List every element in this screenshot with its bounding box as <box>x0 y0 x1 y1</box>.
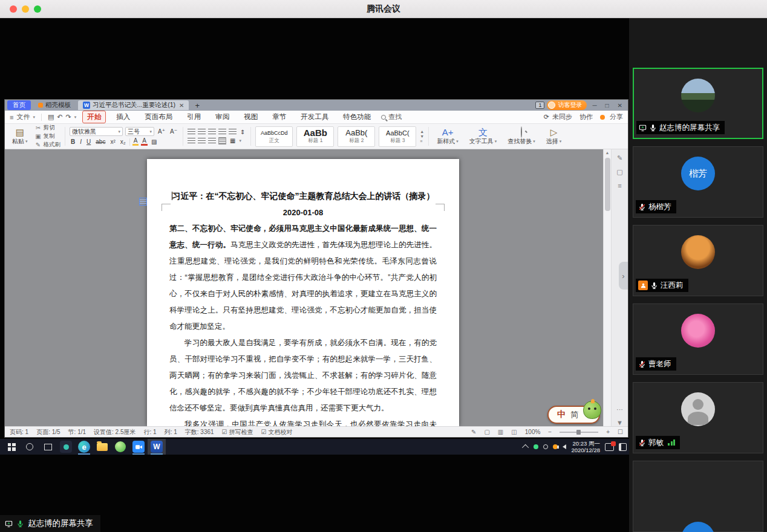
participant-tile[interactable]: 楷芳 杨楷芳 <box>633 146 763 218</box>
task-view-button[interactable] <box>39 439 57 455</box>
sync-status[interactable]: ⟳ 未同步 <box>544 112 572 122</box>
styles-down-icon[interactable]: ▼ <box>420 134 424 138</box>
message-tray-icon[interactable] <box>605 443 614 451</box>
share-button[interactable]: 分享 <box>600 112 623 122</box>
participant-tile[interactable]: 汪西莉 <box>633 225 763 296</box>
menu-tab-references[interactable]: 引用 <box>183 111 205 123</box>
justify-icon[interactable] <box>218 129 226 135</box>
taskbar-app-edge[interactable]: e <box>75 439 93 455</box>
menu-tab-features[interactable]: 特色功能 <box>339 111 375 123</box>
fit-page-button[interactable]: ☐ <box>618 429 623 435</box>
window-maximize-icon[interactable]: □ <box>602 102 612 109</box>
sidebar-expand-handle[interactable]: › <box>619 262 628 290</box>
font-size-select[interactable]: 三号 ▾ <box>125 127 154 136</box>
guest-login-button[interactable]: 访客登录 <box>547 100 587 110</box>
superscript-button[interactable]: x² <box>109 138 116 145</box>
paste-button[interactable]: ▤ 粘贴 ▾ <box>8 128 31 146</box>
document-page[interactable]: 习近平：在“不忘初心、牢记使命”主题教育总结大会上的讲话（摘录） 2020-01… <box>147 159 459 426</box>
bold-button[interactable]: B <box>70 138 76 145</box>
shading-button[interactable]: ▨ <box>150 138 158 145</box>
page-view-icon[interactable]: ▢ <box>484 429 489 435</box>
mac-zoom-button[interactable] <box>34 5 41 13</box>
align-right-icon[interactable] <box>208 129 216 135</box>
participant-tile-screenshare[interactable]: 赵志博的屏幕共享 <box>633 68 763 139</box>
taskbar-clock[interactable]: 20:23 周一 2020/12/28 <box>571 440 600 453</box>
window-close-icon[interactable]: ✕ <box>615 102 625 109</box>
format-painter-button[interactable]: ✎ 格式刷 <box>35 141 61 149</box>
number-list-icon[interactable] <box>198 138 206 144</box>
tab-document[interactable]: W 习近平总书记关...重要论述(1) ✕ <box>78 100 189 110</box>
file-menu[interactable]: ≡ 文件 ▾ <box>10 112 35 122</box>
vertical-scrollbar[interactable]: ▲ <box>603 149 611 426</box>
zoom-slider-thumb[interactable] <box>576 430 581 435</box>
borders-icon[interactable] <box>218 137 226 144</box>
search-button[interactable] <box>21 439 39 455</box>
menu-tab-section[interactable]: 章节 <box>268 111 290 123</box>
indent-icon[interactable] <box>229 129 237 135</box>
ime-indicator[interactable]: 中 简 <box>547 406 600 424</box>
collaborate-button[interactable]: 协作 <box>579 112 593 122</box>
taskbar-app-1[interactable] <box>57 439 75 455</box>
start-button[interactable] <box>2 439 21 455</box>
panel-count-badge[interactable]: 1 <box>535 102 544 109</box>
style-heading2[interactable]: AaBb( 标题 2 <box>338 126 375 147</box>
new-tab-button[interactable]: + <box>191 101 203 110</box>
action-center-icon[interactable] <box>619 443 627 451</box>
undo-icon[interactable]: ↶ <box>57 113 62 121</box>
zoom-level[interactable]: 100% <box>525 429 541 435</box>
tab-home[interactable]: 首页 <box>7 100 31 110</box>
menu-tab-review[interactable]: 审阅 <box>211 111 233 123</box>
style-heading3[interactable]: AaBbC( 标题 3 <box>379 126 416 147</box>
taskbar-app-browser[interactable] <box>111 439 129 455</box>
text-tool-button[interactable]: 文 文字工具 ▾ <box>466 128 501 146</box>
mac-minimize-button[interactable] <box>22 5 29 13</box>
participant-tile[interactable]: 曹老师 <box>633 303 763 375</box>
bullet-list-icon[interactable] <box>188 138 195 144</box>
zoom-slider[interactable] <box>560 432 598 433</box>
proofing-toggle[interactable]: ☑ 文档校对 <box>261 428 293 436</box>
tray-status-icon[interactable] <box>534 444 538 449</box>
scrollbar-thumb[interactable] <box>605 158 610 211</box>
tray-app-icon[interactable] <box>543 444 548 449</box>
select-button[interactable]: ▷ 选择 ▾ <box>543 128 566 146</box>
participant-tile[interactable] <box>633 461 763 532</box>
taskbar-app-word[interactable]: W <box>148 439 166 455</box>
tray-expand-icon[interactable] <box>522 444 529 451</box>
window-minimize-icon[interactable]: ─ <box>589 102 599 109</box>
more-icon[interactable]: ··· <box>616 406 623 413</box>
font-color-button[interactable]: A <box>141 138 148 146</box>
copy-button[interactable]: ▣ 复制 <box>35 132 61 140</box>
pen-icon[interactable]: ✎ <box>617 154 622 162</box>
menu-tab-home[interactable]: 开始 <box>82 111 106 123</box>
styles-menu-icon[interactable]: ≡ <box>420 139 424 143</box>
subscript-button[interactable]: x₂ <box>119 138 127 145</box>
mac-close-button[interactable] <box>10 5 17 13</box>
italic-button[interactable]: I <box>79 138 83 145</box>
menu-tab-view[interactable]: 视图 <box>240 111 262 123</box>
zoom-out-button[interactable]: − <box>548 429 552 435</box>
grow-font-button[interactable]: A⁺ <box>157 128 166 135</box>
redo-icon[interactable]: ↷ <box>66 113 71 121</box>
cut-button[interactable]: ✂ 剪切 <box>35 124 61 132</box>
menu-tab-devtools[interactable]: 开发工具 <box>296 111 333 123</box>
style-normal[interactable]: AaBbCcDd 正文 <box>255 126 293 147</box>
align-center-icon[interactable] <box>198 129 206 135</box>
style-heading1[interactable]: AaBb 标题 1 <box>296 126 334 147</box>
scroll-down-icon[interactable]: ▼ <box>616 419 623 426</box>
underline-button[interactable]: U <box>85 138 92 145</box>
line-spacing-button[interactable]: ⇕ <box>239 129 246 135</box>
taskbar-app-meeting[interactable] <box>129 439 148 455</box>
tab-close-icon[interactable]: ✕ <box>179 102 184 109</box>
outline-view-icon[interactable]: ◫ <box>511 429 517 435</box>
find-replace-button[interactable]: 查找替换 ▾ <box>504 128 539 146</box>
outline-icon[interactable]: ≡ <box>618 182 621 189</box>
scroll-up-icon[interactable]: ▲ <box>605 149 610 157</box>
strikethrough-button[interactable]: abc <box>94 138 106 145</box>
ribbon-search[interactable]: 查找 <box>381 112 402 122</box>
zoom-in-button[interactable]: + <box>606 429 610 435</box>
spell-check-toggle[interactable]: ☑ 拼写检查 <box>222 428 253 436</box>
taskbar-file-explorer[interactable] <box>93 439 111 455</box>
participant-tile[interactable]: 郭敏 <box>633 382 763 453</box>
align-left-icon[interactable] <box>188 129 195 135</box>
new-style-button[interactable]: A+ 新样式 ▾ <box>433 128 462 146</box>
